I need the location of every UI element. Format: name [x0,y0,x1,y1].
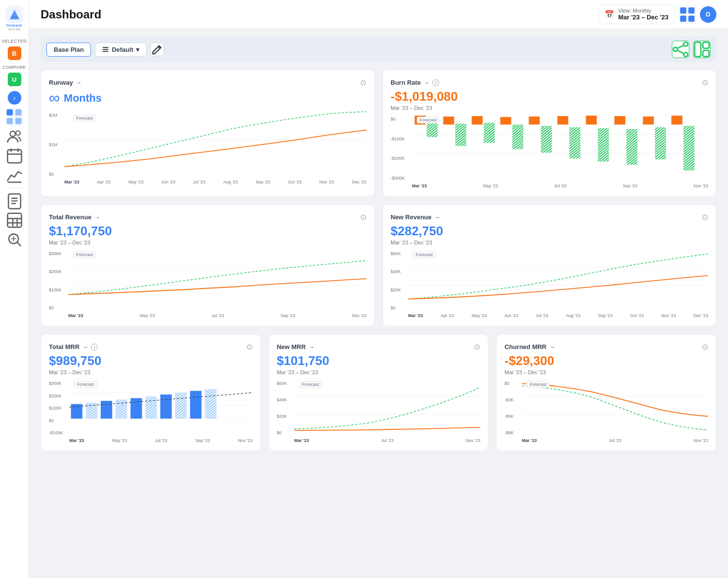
svg-rect-35 [472,116,483,125]
sidebar-item-chart[interactable] [6,167,23,184]
table-icon [6,212,23,229]
burn-rate-title-text: Burn Rate [391,79,421,86]
burn-rate-date: Mar '23 – Dec '23 [391,105,708,111]
churned-mrr-header: Churned MRR → ⊙ [504,342,708,351]
churned-mrr-title: Churned MRR → [504,343,555,350]
svg-rect-37 [529,117,540,125]
new-mrr-date: Mar '23 – Dec '23 [277,369,481,375]
burn-rate-info[interactable]: i [432,79,439,86]
total-revenue-x-axis: Mar '23 May '23 Jul '23 Sep '23 Nov '23 [49,313,366,318]
svg-rect-48 [569,127,580,159]
svg-rect-15 [680,15,686,22]
svg-rect-50 [626,129,637,165]
total-mrr-forecast-label: Forecast [74,381,97,388]
runway-card-header: Runway → ⊙ [49,78,366,87]
svg-rect-34 [443,117,455,125]
date-selector[interactable]: 📅 View: Monthly Mar '23 – Dec '23 [598,4,675,24]
runway-x-axis: Mar '23 Apr '23 May '23 Jun '23 Jul '23 … [49,180,366,184]
compare-label: Compare [2,65,26,70]
runway-arrow[interactable]: → [76,79,82,86]
burn-rate-arrow[interactable]: → [424,79,429,86]
new-mrr-y-axis: $60K $49K $20K $0 [277,379,287,437]
logo: finmark from bill [2,6,27,31]
total-revenue-title: Total Revenue → [49,213,100,221]
main-content: Dashboard 📅 View: Monthly Mar '23 – Dec … [29,0,728,578]
new-mrr-x-axis: Mar '23 Jul '23 Nov '23 [277,438,481,443]
svg-rect-45 [484,123,495,143]
svg-rect-40 [614,116,625,125]
churned-mrr-arrow[interactable]: → [549,344,555,350]
svg-rect-16 [688,15,695,22]
page-title: Dashboard [41,8,101,21]
svg-rect-52 [683,126,695,170]
total-mrr-chart: $300K $200K $100K $0 -$100K [49,379,253,437]
churned-mrr-menu[interactable]: ⊙ [702,342,708,351]
grid-icon [679,6,696,23]
new-revenue-card: New Revenue → ⊙ $282,750 Mar '23 – Dec '… [382,204,716,326]
svg-rect-68 [86,403,97,419]
edit-icon [151,43,164,56]
share-button[interactable] [672,41,689,58]
new-mrr-arrow[interactable]: → [309,344,315,350]
new-revenue-svg [408,249,708,304]
sidebar-item-report[interactable] [6,192,23,210]
churned-mrr-x-axis: Mar '23 Jul '23 Nov '23 [504,438,708,443]
churned-mrr-value: -$29,300 [504,353,708,368]
badge-u[interactable]: U [8,73,21,86]
svg-rect-2 [12,16,17,17]
badge-b[interactable]: B [8,46,21,60]
new-revenue-value: $282,750 [391,224,708,239]
churned-mrr-title-text: Churned MRR [504,343,546,350]
burn-rate-menu[interactable]: ⊙ [702,78,708,87]
total-revenue-arrow[interactable]: → [94,214,100,221]
total-revenue-menu[interactable]: ⊙ [360,213,366,222]
churned-mrr-svg [522,379,708,431]
edit-button[interactable] [151,43,164,56]
churned-mrr-card: Churned MRR → ⊙ -$29,300 Mar '23 – Dec '… [496,334,716,451]
layout-button[interactable] [693,41,711,58]
sidebar-item-search[interactable] [6,231,23,248]
sidebar-item-people[interactable] [6,128,23,145]
new-revenue-chart: $60K $40K $20K $0 Forecast [391,249,708,312]
middle-grid: Total Revenue → ⊙ $1,170,750 Mar '23 – D… [41,204,716,326]
burn-rate-forecast-label: Forecast [417,117,440,123]
total-mrr-title: Total MRR → i [49,343,98,350]
total-mrr-info[interactable]: i [91,344,98,350]
selected-label: Selected [2,39,27,44]
sidebar-item-calendar[interactable] [6,147,23,165]
new-revenue-arrow[interactable]: → [435,214,440,221]
new-mrr-menu[interactable]: ⊙ [474,342,480,351]
svg-rect-44 [455,123,467,146]
sidebar: finmark from bill Selected B Compare U › [0,0,29,578]
user-avatar[interactable]: D [700,6,716,23]
new-mrr-value: $101,750 [277,353,481,368]
total-mrr-card: Total MRR → i ⊙ $989,750 Mar '23 – Dec '… [41,334,261,451]
total-mrr-arrow[interactable]: → [82,344,88,350]
total-mrr-title-text: Total MRR [49,343,79,350]
sidebar-item-table[interactable] [6,212,23,229]
svg-rect-11 [7,213,21,228]
runway-menu[interactable]: ⊙ [360,78,366,87]
base-plan-button[interactable]: Base Plan [46,43,91,57]
sidebar-item-dashboard[interactable] [6,108,23,126]
total-revenue-forecast-label: Forecast [73,251,96,258]
svg-rect-43 [427,122,438,137]
churned-mrr-date: Mar '23 – Dec '23 [504,369,708,375]
total-mrr-menu[interactable]: ⊙ [246,342,253,351]
expand-button[interactable]: › [8,91,21,105]
date-info: View: Monthly Mar '23 – Dec '23 [618,8,668,21]
new-mrr-forecast-label: Forecast [299,381,322,388]
total-revenue-value: $1,170,750 [49,224,366,239]
grid-view-button[interactable] [679,6,696,23]
new-mrr-header: New MRR → ⊙ [277,342,481,351]
dropdown-arrow: ▾ [136,46,139,53]
default-button[interactable]: Default ▾ [95,43,147,57]
new-revenue-menu[interactable]: ⊙ [702,213,708,222]
new-mrr-chart: $60K $49K $20K $0 Forecast [277,379,481,437]
total-mrr-header: Total MRR → i ⊙ [49,342,253,351]
logo-sub: from bill [8,28,20,31]
svg-rect-13 [680,7,686,14]
new-revenue-forecast-label: Forecast [413,251,436,258]
svg-rect-14 [688,7,695,14]
svg-point-22 [683,52,688,57]
